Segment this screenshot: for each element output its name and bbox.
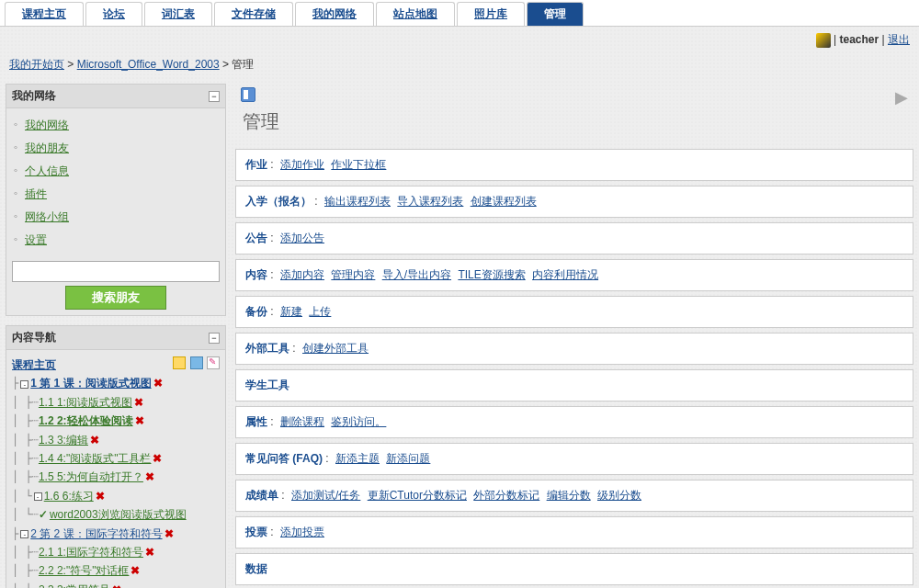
tab-4[interactable]: 我的网络 [295, 2, 374, 26]
collapse-icon[interactable]: − [209, 91, 220, 102]
tree-link[interactable]: 1 第 1 课：阅读版式视图 [30, 377, 151, 390]
mgmt-link[interactable]: TILE资源搜索 [458, 268, 525, 281]
breadcrumb: 我的开始页 > Microsoft_Office_Word_2003 > 管理 [0, 51, 919, 84]
page-icon[interactable] [190, 356, 203, 369]
tree-link[interactable]: 1.2 2:轻松体验阅读 [39, 414, 133, 427]
mgmt-link[interactable]: 编辑分数 [547, 489, 591, 502]
network-item: 我的网络 [12, 114, 220, 137]
tree-link[interactable]: 1.6 6:练习 [44, 490, 94, 503]
network-link-list: 我的网络我的朋友个人信息插件网络小组设置 [12, 114, 220, 252]
tree-row: │ ├┈2.1 1:国际字符和符号✖ [12, 543, 220, 561]
delete-x-icon[interactable]: ✖ [130, 564, 140, 577]
mgmt-row: 常见问答 (FAQ) : 新添主题 新添问题 [235, 443, 913, 475]
tree-link[interactable]: 1.4 4:"阅读版式"工具栏 [39, 452, 152, 465]
mgmt-link[interactable]: 上传 [309, 305, 331, 318]
tree-link[interactable]: 2.1 1:国际字符和符号 [39, 546, 143, 559]
mgmt-link[interactable]: 新添问题 [386, 452, 430, 465]
delete-x-icon[interactable]: ✖ [165, 527, 174, 540]
delete-x-icon[interactable]: ✖ [96, 490, 105, 503]
network-panel: 我的网络 − 我的网络我的朋友个人信息插件网络小组设置 搜索朋友 [6, 84, 226, 316]
mgmt-link[interactable]: 导入课程列表 [397, 195, 463, 208]
network-link[interactable]: 我的朋友 [25, 141, 69, 154]
mgmt-link[interactable]: 添加作业 [280, 158, 324, 171]
mgmt-link[interactable]: 删除课程 [280, 415, 324, 428]
delete-x-icon[interactable]: ✖ [145, 546, 154, 559]
network-link[interactable]: 设置 [25, 233, 47, 246]
mgmt-category: 作业 [245, 158, 267, 171]
breadcrumb-course[interactable]: Microsoft_Office_Word_2003 [77, 58, 220, 71]
tree-row: ├-1 第 1 课：阅读版式视图✖ [12, 374, 220, 392]
next-arrow-icon[interactable]: ▶ [895, 87, 908, 107]
breadcrumb-home[interactable]: 我的开始页 [9, 58, 64, 71]
mgmt-link[interactable]: 添加投票 [280, 526, 324, 538]
mgmt-link[interactable]: 添加公告 [280, 232, 324, 244]
network-item: 我的朋友 [12, 137, 220, 160]
logout-link[interactable]: 退出 [888, 33, 910, 46]
delete-x-icon[interactable]: ✖ [153, 377, 163, 390]
tree-expand-icon[interactable]: - [20, 530, 28, 538]
mgmt-link[interactable]: 更新CTutor分数标记 [368, 489, 467, 502]
tree-expand-icon[interactable]: - [34, 492, 42, 501]
mgmt-link[interactable]: 外部分数标记 [473, 489, 539, 502]
mgmt-row: 数据 [235, 553, 913, 585]
tree-link[interactable]: word2003浏览阅读版式视图 [50, 508, 187, 521]
mgmt-row: 内容 : 添加内容 管理内容 导入/导出内容 TILE资源搜索 内容利用情况 [235, 259, 913, 291]
tree-link[interactable]: 2.2 2:"符号"对话框 [39, 564, 130, 577]
delete-x-icon[interactable]: ✖ [135, 414, 144, 427]
tree-link[interactable]: 2 第 2 课：国际字符和符号 [30, 527, 162, 540]
network-link[interactable]: 网络小组 [25, 210, 69, 223]
tab-3[interactable]: 文件存储 [214, 2, 293, 26]
network-link[interactable]: 我的网络 [25, 119, 69, 131]
tab-5[interactable]: 站点地图 [376, 2, 455, 26]
friend-search-input[interactable] [12, 261, 220, 282]
mgmt-row: 入学（报名） : 输出课程列表 导入课程列表 创建课程列表 [235, 186, 913, 218]
network-panel-title: 我的网络 [12, 88, 56, 104]
tree-row: │ └-1.6 6:练习✖ [12, 487, 220, 505]
delete-x-icon[interactable]: ✖ [90, 434, 99, 447]
pencil-icon[interactable] [207, 356, 220, 369]
tab-2[interactable]: 词汇表 [144, 2, 212, 26]
mgmt-link[interactable]: 新添主题 [335, 452, 380, 465]
mgmt-link[interactable]: 内容利用情况 [532, 268, 598, 281]
mgmt-link[interactable]: 级别分数 [597, 489, 641, 502]
mgmt-link[interactable]: 输出课程列表 [324, 195, 391, 208]
username: teacher [840, 33, 879, 46]
mgmt-link[interactable]: 管理内容 [331, 268, 375, 281]
tree-link[interactable]: 1.3 3:编辑 [39, 434, 88, 447]
user-bar: | teacher | 退出 [0, 27, 919, 51]
tree-expand-icon[interactable]: - [20, 380, 28, 389]
network-item: 插件 [12, 183, 220, 206]
tab-7[interactable]: 管理 [527, 2, 584, 26]
tree-home[interactable]: 课程主页 [12, 358, 56, 371]
mgmt-link[interactable]: 新建 [280, 305, 302, 318]
tree-link[interactable]: 1.1 1:阅读版式视图 [39, 396, 132, 409]
edit-icon[interactable] [816, 33, 831, 48]
mgmt-row: 成绩单 : 添加测试/任务 更新CTutor分数标记 外部分数标记 编辑分数 级… [235, 480, 913, 512]
network-link[interactable]: 插件 [25, 187, 47, 200]
mgmt-link[interactable]: 作业下拉框 [331, 158, 386, 171]
tab-1[interactable]: 论坛 [85, 2, 142, 26]
mgmt-row: 属性 : 删除课程 鉴别访问。 [235, 406, 913, 438]
mgmt-link[interactable]: 创建课程列表 [471, 195, 537, 208]
mgmt-link[interactable]: 创建外部工具 [302, 342, 369, 355]
delete-x-icon[interactable]: ✖ [112, 583, 121, 588]
tree-row: │ ├┈1.2 2:轻松体验阅读✖ [12, 412, 220, 430]
friend-search-button[interactable]: 搜索朋友 [65, 286, 166, 310]
tree-link[interactable]: 1.5 5:为何自动打开？ [39, 470, 143, 483]
mgmt-link[interactable]: 添加测试/任务 [291, 489, 360, 502]
tree-link[interactable]: 2.3 3:常用符号 [39, 583, 110, 588]
delete-x-icon[interactable]: ✖ [145, 470, 154, 483]
mgmt-row: 公告 : 添加公告 [235, 222, 913, 254]
tab-0[interactable]: 课程主页 [5, 2, 84, 26]
tab-6[interactable]: 照片库 [457, 2, 525, 26]
mgmt-link[interactable]: 导入/导出内容 [382, 268, 451, 281]
network-link[interactable]: 个人信息 [25, 164, 69, 177]
collapse-icon[interactable]: − [209, 333, 220, 344]
content-nav-title: 内容导航 [12, 330, 56, 345]
folder-icon[interactable] [173, 356, 186, 369]
mgmt-link[interactable]: 添加内容 [280, 268, 324, 281]
delete-x-icon[interactable]: ✖ [134, 396, 143, 409]
delete-x-icon[interactable]: ✖ [153, 452, 162, 465]
network-item: 设置 [12, 229, 220, 252]
mgmt-link[interactable]: 鉴别访问。 [331, 415, 386, 428]
